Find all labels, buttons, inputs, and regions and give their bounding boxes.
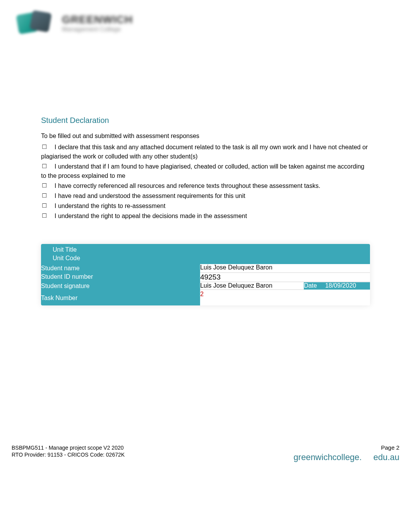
declaration-text: I understand that if I am found to have …: [41, 163, 365, 179]
student-form-table: Unit Title Unit Code Student name Luis J…: [41, 244, 370, 305]
task-number-extra: [304, 291, 370, 298]
declaration-item: ☐I understand the rights to re-assessmen…: [41, 201, 370, 211]
checkbox-icon[interactable]: ☐: [42, 211, 47, 220]
logo-mark-icon: [12, 8, 58, 39]
student-signature-value[interactable]: Luis Jose Deluquez Baron: [200, 282, 304, 290]
footer-doc-title: BSBPMG511 - Manage project scope V2 2020: [12, 444, 125, 451]
logo-area: GREENWICH Management College: [0, 0, 411, 46]
declaration-text: I understand the right to appeal the dec…: [55, 213, 247, 219]
task-number-label: Task Number: [41, 291, 200, 305]
declaration-item: ☐I declare that this task and any attach…: [41, 143, 370, 161]
page-footer: BSBPMG511 - Manage project scope V2 2020…: [0, 440, 411, 466]
unit-code-label: Unit Code: [41, 254, 200, 264]
checkbox-icon[interactable]: ☐: [42, 191, 47, 200]
logo-text: GREENWICH Management College: [62, 14, 133, 32]
footer-website: greenwichcollege.edu.au: [294, 452, 399, 462]
student-signature-label: Student signature: [41, 282, 200, 290]
declaration-text: I have read and understood the assessmen…: [55, 193, 245, 199]
logo-title: GREENWICH: [62, 14, 133, 26]
checkbox-icon[interactable]: ☐: [42, 162, 47, 171]
unit-code-value[interactable]: [200, 254, 370, 264]
declaration-item: ☐I have read and understood the assessme…: [41, 191, 370, 201]
unit-title-label: Unit Title: [41, 244, 200, 254]
footer-provider: RTO Provider: 91153 - CRICOS Code: 02672…: [12, 451, 125, 458]
date-value[interactable]: 18/09/2020: [325, 282, 370, 290]
student-name-label: Student name: [41, 264, 200, 273]
logo-subtitle: Management College: [62, 26, 133, 33]
checkbox-icon[interactable]: ☐: [42, 143, 47, 152]
declaration-list: ☐I declare that this task and any attach…: [41, 143, 370, 221]
website-part1: greenwichcollege.: [294, 452, 362, 462]
declaration-text: I have correctly referenced all resource…: [55, 182, 320, 189]
declaration-text: I understand the rights to re-assessment: [55, 203, 165, 209]
date-label: Date: [304, 282, 325, 290]
checkbox-icon[interactable]: ☐: [42, 201, 47, 210]
student-id-value[interactable]: 49253: [200, 273, 370, 282]
website-part2: edu.au: [373, 452, 399, 462]
declaration-text: I declare that this task and any attache…: [41, 144, 368, 160]
declaration-intro: To be filled out and submitted with asse…: [41, 133, 370, 140]
page-number: Page 2: [294, 444, 399, 451]
unit-title-value[interactable]: [200, 244, 370, 254]
task-number-value[interactable]: 2: [200, 291, 204, 297]
declaration-item: ☐I have correctly referenced all resourc…: [41, 181, 370, 191]
declaration-item: ☐I understand the right to appeal the de…: [41, 211, 370, 221]
student-id-label: Student ID number: [41, 273, 200, 282]
declaration-heading: Student Declaration: [41, 116, 370, 125]
student-name-value[interactable]: Luis Jose Deluquez Baron: [200, 264, 370, 273]
checkbox-icon[interactable]: ☐: [42, 181, 47, 190]
declaration-item: ☐I understand that if I am found to have…: [41, 162, 370, 181]
